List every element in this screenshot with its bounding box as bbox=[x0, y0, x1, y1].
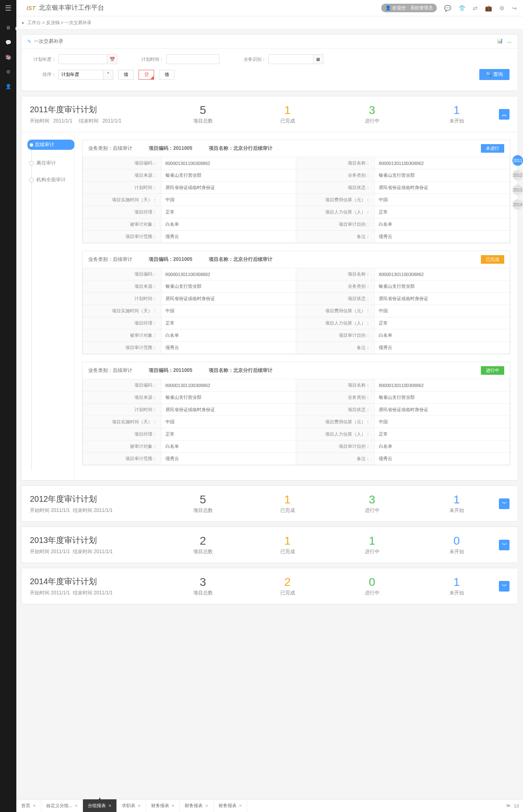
year-dot-2013[interactable]: 2013 bbox=[512, 185, 523, 195]
collapse-button[interactable]: ︽ bbox=[499, 109, 510, 120]
collapse-icon[interactable]: ︽ bbox=[507, 38, 512, 45]
logout-icon[interactable]: ↪ bbox=[512, 5, 517, 11]
status-badge: 进行中 bbox=[481, 366, 504, 375]
project-card: 业务类别：后续审计 项目编码：2011005 项目名称：北京分行后续审计 已完成… bbox=[82, 251, 510, 354]
detail-table: 项目编码：800001301100308862项目名称：800001301100… bbox=[83, 157, 510, 243]
sidebar-item-desktop[interactable]: 🖥 bbox=[0, 20, 16, 35]
input-sort[interactable] bbox=[58, 70, 103, 80]
btn-debit1[interactable]: 借 bbox=[118, 70, 134, 80]
expand-button[interactable]: ︾ bbox=[499, 498, 510, 509]
calendar-icon[interactable]: 📅 bbox=[107, 54, 117, 64]
logo: IST 北京银丰审计工作平台 bbox=[27, 4, 104, 12]
year-dot-2014[interactable]: 2014 bbox=[512, 199, 523, 210]
cat-full-org[interactable]: 机构全面审计 bbox=[29, 176, 74, 183]
btn-credit[interactable]: 贷 bbox=[139, 70, 154, 80]
input-plan-year[interactable] bbox=[58, 54, 107, 64]
detail-table: 项目编码：800001301100308862项目名称：800001301100… bbox=[83, 268, 510, 354]
plan-title: 2013年度审计计划 bbox=[30, 535, 161, 546]
briefcase-icon[interactable]: 💼 bbox=[485, 5, 492, 11]
chat-icon[interactable]: 💬 bbox=[444, 5, 451, 11]
gear-icon[interactable]: ⚙ bbox=[499, 5, 505, 11]
stat-prog: 3 bbox=[330, 104, 414, 117]
year-dot-2012[interactable]: 2012 bbox=[512, 170, 523, 180]
expand-button[interactable]: ︾ bbox=[499, 540, 510, 550]
sidebar-item-books[interactable]: 📚 bbox=[0, 50, 16, 65]
label-sort: 排序： bbox=[30, 71, 58, 78]
chart-icon[interactable]: 📊 bbox=[497, 38, 503, 45]
breadcrumb: ▸ 工作台 > 反洗钱 > 一次交易补录 bbox=[16, 16, 523, 29]
dropdown-icon[interactable]: ˅ bbox=[103, 70, 113, 80]
sidebar-item-settings[interactable]: ⚙ bbox=[0, 65, 16, 79]
expand-button[interactable]: ︾ bbox=[499, 581, 510, 592]
sidebar-item-user[interactable]: 👤 bbox=[0, 79, 16, 94]
lookup-icon[interactable]: ⊞ bbox=[313, 54, 323, 64]
project-card: 业务类别：后续审计 项目编码：2011005 项目名称：北京分行后续审计 未进行… bbox=[82, 140, 510, 243]
plan-title: 2011年度审计计划 bbox=[30, 104, 161, 115]
stat-total: 5 bbox=[161, 104, 245, 117]
logo-icon: IST bbox=[27, 5, 36, 11]
label-biz-id: 业务识别： bbox=[240, 56, 268, 62]
swap-icon[interactable]: ⇄ bbox=[473, 5, 478, 11]
input-biz-id[interactable] bbox=[268, 54, 313, 64]
label-plan-year: 计划年度： bbox=[30, 56, 58, 62]
project-card: 业务类别：后续审计 项目编码：2011005 项目名称：北京分行后续审计 进行中… bbox=[82, 362, 510, 465]
label-plan-time: 计划时间： bbox=[138, 56, 166, 62]
search-button[interactable]: 🔍 查询 bbox=[479, 69, 510, 80]
plan-dates: 开始时间 2011/1/1 结束时间 2011/1/1 bbox=[30, 118, 161, 125]
plan-title: 2012年度审计计划 bbox=[30, 494, 161, 505]
status-badge: 未进行 bbox=[481, 144, 504, 153]
menu-toggle[interactable]: ☰ bbox=[0, 0, 16, 16]
cat-followup[interactable]: 后续审计 bbox=[27, 140, 74, 150]
app-title: 北京银丰审计工作平台 bbox=[39, 4, 104, 12]
sidebar-item-chat[interactable]: 💬 bbox=[0, 35, 16, 50]
shirt-icon[interactable]: 👕 bbox=[458, 5, 465, 11]
stat-pend: 1 bbox=[414, 104, 499, 117]
cat-departure[interactable]: 离任审计 bbox=[29, 160, 74, 167]
detail-table: 项目编码：800001301100308862项目名称：800001301100… bbox=[83, 379, 510, 465]
welcome-badge: 👤 欢迎您：系统管理员 bbox=[381, 4, 437, 12]
year-dot-2011[interactable]: 2011 bbox=[512, 155, 523, 166]
plan-title: 2014年度审计计划 bbox=[30, 576, 161, 587]
stat-done: 1 bbox=[245, 104, 330, 117]
input-plan-time[interactable] bbox=[166, 54, 219, 64]
panel-title: 一次交易补录 bbox=[34, 38, 63, 45]
feather-icon: ✎ bbox=[27, 39, 31, 44]
status-badge: 已完成 bbox=[481, 255, 504, 264]
btn-debit2[interactable]: 借 bbox=[159, 70, 174, 80]
